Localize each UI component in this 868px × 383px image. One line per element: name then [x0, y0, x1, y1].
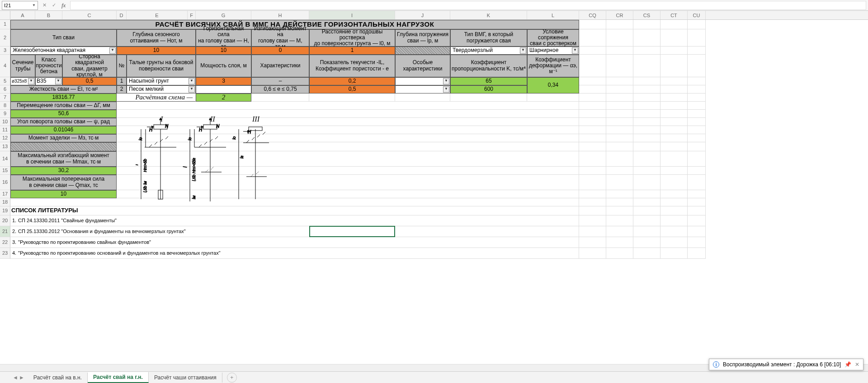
row-header[interactable]: 10 — [0, 118, 10, 126]
row-header[interactable]: 12 — [0, 134, 10, 142]
chevron-down-icon[interactable]: ▼ — [572, 47, 578, 54]
row-header[interactable]: 2 — [0, 29, 10, 47]
col-header[interactable]: H — [251, 11, 309, 19]
row-header[interactable]: 1 — [0, 20, 10, 29]
row-header[interactable]: 23 — [0, 248, 10, 259]
row-header[interactable]: 18 — [0, 198, 10, 206]
chevron-down-icon[interactable]: ▼ — [189, 86, 195, 93]
add-sheet-button[interactable]: + — [227, 373, 237, 383]
pin-icon[interactable]: 📌 — [844, 361, 851, 368]
close-icon[interactable]: ✕ — [855, 361, 859, 368]
col-header[interactable]: CQ — [579, 11, 606, 19]
col-header[interactable]: J — [395, 11, 450, 19]
pile-type-select[interactable]: Железобетонная квадратная ▼ — [10, 47, 117, 55]
thaw-depth-input[interactable]: 10 — [117, 47, 196, 55]
media-notification[interactable]: i Воспроизводимый элемент : Дорожка 6 [0… — [709, 359, 863, 370]
chevron-down-icon[interactable]: ▼ — [28, 78, 34, 84]
side-input[interactable]: 0,5 — [62, 77, 117, 85]
chevron-down-icon[interactable]: ▼ — [32, 3, 36, 7]
row-header[interactable]: 4 — [0, 55, 10, 77]
name-box-value: I21 — [4, 3, 11, 8]
row-header[interactable]: 20 — [0, 215, 10, 226]
chevron-down-icon[interactable]: ▼ — [109, 47, 116, 54]
select-all-corner[interactable] — [0, 11, 10, 19]
row-header[interactable]: 13 — [0, 142, 10, 151]
literature-title: СПИСОК ЛИТЕРАТУРЫ — [10, 206, 579, 215]
col-header[interactable]: B — [35, 11, 62, 19]
section-select[interactable]: ø325x8 ▼ — [10, 77, 35, 85]
tab-nav[interactable]: ◄ ► — [9, 374, 28, 381]
vmg-type-select[interactable]: Твердомерзлый ▼ — [450, 47, 527, 55]
col-header[interactable]: E — [127, 11, 188, 19]
svg-text:H: H — [149, 127, 153, 132]
col-header[interactable]: L — [527, 11, 579, 19]
col-header[interactable]: CS — [633, 11, 660, 19]
chevron-down-icon[interactable]: ▼ — [55, 78, 61, 84]
col-header[interactable]: CU — [688, 11, 706, 19]
col-header[interactable]: CR — [606, 11, 633, 19]
col-header[interactable]: K — [450, 11, 527, 19]
lit-num: 3. — [10, 237, 17, 248]
tab-prev-icon[interactable]: ◄ — [13, 374, 18, 381]
row-header[interactable]: 21 — [0, 226, 10, 237]
row-header[interactable]: 8 — [0, 102, 10, 110]
lit-item: СП 25.13330.2012 "Основания и фундаменты… — [17, 226, 579, 237]
conn-select[interactable]: Шарнирное ▼ — [527, 47, 579, 55]
row-header[interactable]: 11 — [0, 126, 10, 134]
row-header[interactable]: 5 — [0, 77, 10, 85]
chevron-down-icon[interactable]: ▼ — [189, 78, 195, 84]
accept-icon[interactable]: ✓ — [50, 2, 58, 8]
row-header[interactable]: 6 — [0, 85, 10, 93]
col-header[interactable]: CT — [660, 11, 688, 19]
index-input-2[interactable]: 0,5 — [309, 85, 395, 93]
index-input-1[interactable]: 0,2 — [309, 77, 395, 85]
chevron-down-icon[interactable]: ▼ — [443, 86, 449, 93]
svg-text:lм: lм — [192, 195, 196, 199]
row-header[interactable]: 9 — [0, 110, 10, 118]
col-header[interactable]: A — [10, 11, 35, 19]
tab-next-icon[interactable]: ► — [19, 374, 24, 381]
fx-icon[interactable]: fx — [60, 2, 67, 9]
soil-select-2[interactable]: Песок мелкий ▼ — [127, 85, 196, 93]
row-header[interactable]: 22 — [0, 237, 10, 248]
depth-input[interactable] — [395, 47, 450, 55]
layer-input-2[interactable] — [196, 85, 251, 93]
row-header[interactable]: 7 — [0, 93, 10, 102]
layer-input-1[interactable]: 3 — [196, 77, 251, 85]
moment-input[interactable]: 0 — [251, 47, 309, 55]
chevron-down-icon[interactable]: ▼ — [520, 47, 526, 54]
row-header[interactable]: 15 — [0, 167, 10, 175]
col-header[interactable]: I — [309, 11, 395, 19]
cancel-icon[interactable]: ✕ — [41, 2, 48, 8]
row-header[interactable]: 14 — [0, 151, 10, 167]
spec-select-1[interactable]: ▼ — [395, 77, 450, 85]
horiz-force-input[interactable]: 10 — [196, 47, 251, 55]
col-header[interactable]: G — [196, 11, 251, 19]
sheet-tab-3[interactable]: Расчёт чаши оттаивания — [149, 373, 222, 383]
row-header[interactable]: 16 — [0, 175, 10, 190]
col-header[interactable]: D — [117, 11, 127, 19]
label-angle: Угол поворота головы сваи — ψ, рад — [10, 118, 117, 126]
svg-text:lo: lo — [188, 137, 192, 140]
hdr-conn: Условие сопряжения сваи с ростверком — [527, 29, 579, 47]
hdr-k: Коэффициент пропорциональности K, тс/м⁴ — [450, 55, 527, 77]
lit-item: "Руководство по проектированию оснований… — [17, 248, 579, 259]
chevron-down-icon[interactable]: ▼ — [443, 78, 449, 84]
soil-select-1[interactable]: Насыпной грунт ▼ — [127, 77, 196, 85]
col-header[interactable]: F — [188, 11, 196, 19]
spec-select-2[interactable]: ▼ — [395, 85, 450, 93]
hdr-spec: Особые характеристики — [395, 55, 450, 77]
distance-input[interactable]: 1 — [309, 47, 395, 55]
row-header[interactable]: 3 — [0, 47, 10, 55]
row-header[interactable]: 17 — [0, 190, 10, 198]
row-n-2: 2 — [117, 85, 127, 93]
formula-input[interactable] — [70, 1, 866, 10]
sheet-tab-1[interactable]: Расчёт свай на в.н. — [28, 373, 88, 383]
sheet-tab-2[interactable]: Расчёт свай на г.н. — [88, 372, 149, 383]
class-select[interactable]: B35 ▼ — [35, 77, 62, 85]
col-header[interactable]: C — [62, 11, 117, 19]
pile-schema-diagram: I II III N H l lo Hт>5b l,5 — [136, 113, 280, 208]
row-header[interactable]: 19 — [0, 206, 10, 215]
spreadsheet-grid[interactable]: 1 РАСЧЁТ ВИСЯЧИХ СВАЙ В ММГ НА ДЕЙСТВИЕ … — [0, 20, 868, 259]
name-box[interactable]: I21 ▼ — [2, 1, 38, 10]
